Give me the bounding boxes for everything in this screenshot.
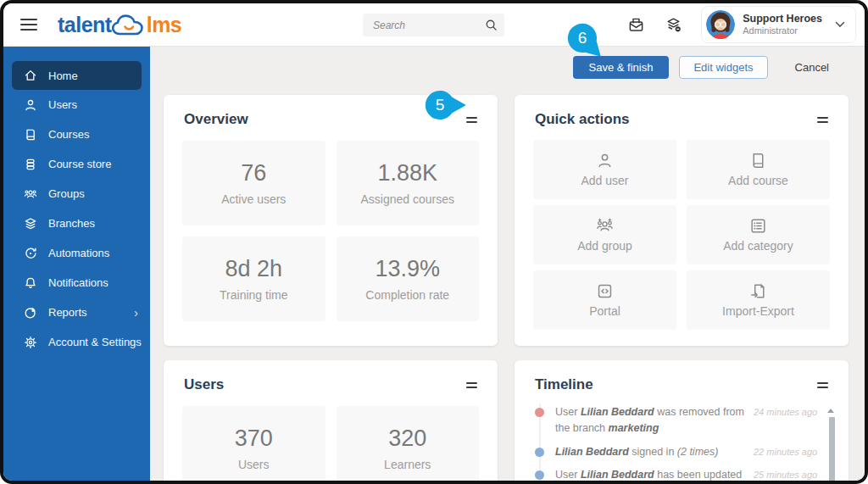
store-icon bbox=[24, 158, 37, 171]
sidebar-item-reports[interactable]: Reports › bbox=[3, 298, 150, 327]
stat-label: Users bbox=[238, 458, 270, 471]
sidebar-item-label: Home bbox=[48, 70, 78, 82]
sidebar-item-account-settings[interactable]: Account & Settings › bbox=[3, 327, 150, 357]
cancel-button[interactable]: Cancel bbox=[792, 56, 832, 79]
timeline-dot bbox=[535, 448, 544, 457]
sidebar-item-label: Branches bbox=[48, 217, 95, 230]
add-group-icon bbox=[596, 217, 614, 235]
sidebar-item-label: Account & Settings bbox=[48, 336, 142, 348]
widget-drag-handle-icon[interactable] bbox=[817, 380, 828, 391]
sidebar-item-courses[interactable]: Courses bbox=[3, 120, 150, 149]
user-menu[interactable]: Support Heroes Administrator bbox=[701, 6, 856, 43]
quick-action-import-export[interactable]: Import-Export bbox=[687, 270, 830, 330]
gear-icon bbox=[24, 336, 37, 349]
timeline-entry: Lilian Beddard signed in (2 times) 22 mi… bbox=[535, 444, 832, 460]
logo-word-talent: talent bbox=[58, 13, 112, 37]
stat-completion-rate: 13.9% Completion rate bbox=[337, 236, 480, 321]
add-user-icon bbox=[596, 152, 614, 170]
callout-number: 5 bbox=[425, 90, 455, 120]
bell-icon bbox=[24, 276, 37, 290]
logo-word-lms: lms bbox=[147, 13, 182, 37]
timeline-dot bbox=[535, 408, 544, 417]
groups-icon bbox=[24, 187, 37, 201]
sidebar-item-home[interactable]: Home bbox=[12, 61, 142, 90]
stat-value: 13.9% bbox=[375, 256, 440, 282]
overview-widget: Overview 76 Active users 1.88K Assigned … bbox=[164, 95, 498, 346]
messages-icon[interactable] bbox=[626, 15, 645, 34]
quick-actions-widget: Quick actions Add user Add course Add gr… bbox=[515, 95, 849, 346]
search-icon[interactable] bbox=[485, 19, 498, 31]
cloud-logo-icon bbox=[110, 13, 149, 38]
quick-action-add-user[interactable]: Add user bbox=[533, 140, 676, 199]
top-bar: talent lms bbox=[3, 3, 865, 47]
chevron-down-icon bbox=[835, 21, 845, 28]
timeline-dot bbox=[535, 470, 544, 480]
layers-icon bbox=[24, 217, 37, 231]
book-icon bbox=[24, 128, 37, 142]
sidebar-item-groups[interactable]: Groups bbox=[3, 179, 150, 209]
import-export-icon bbox=[749, 282, 767, 300]
widget-drag-handle-icon[interactable] bbox=[466, 380, 477, 391]
sidebar-item-course-store[interactable]: Course store bbox=[3, 149, 150, 179]
timeline-entry: User Lilian Beddard has been updated by … bbox=[535, 467, 832, 481]
widget-title: Quick actions bbox=[535, 111, 629, 128]
app-window: talent lms bbox=[0, 0, 868, 484]
tutorial-callout-6: 6 bbox=[567, 23, 598, 64]
search-input[interactable] bbox=[371, 19, 485, 32]
quick-action-label: Add user bbox=[581, 174, 628, 187]
widget-drag-handle-icon[interactable] bbox=[817, 114, 828, 125]
edit-widgets-button[interactable]: Edit widgets bbox=[679, 56, 767, 79]
hamburger-menu-icon[interactable] bbox=[20, 19, 37, 31]
stat-label: Completion rate bbox=[365, 288, 449, 302]
stat-value: 320 bbox=[388, 426, 426, 452]
stat-value: 76 bbox=[241, 160, 266, 186]
timeline-entry: User Lilian Beddard was removed from the… bbox=[535, 404, 832, 437]
sidebar-item-users[interactable]: Users bbox=[3, 90, 150, 120]
automation-icon bbox=[24, 247, 37, 260]
stat-value: 1.88K bbox=[377, 160, 437, 186]
quick-action-add-group[interactable]: Add group bbox=[533, 205, 676, 264]
widget-drag-handle-icon[interactable] bbox=[466, 114, 477, 125]
timeline-entry-text: User Lilian Beddard has been updated by … bbox=[544, 467, 754, 481]
stat-users: 370 Users bbox=[182, 406, 326, 481]
quick-action-label: Add group bbox=[577, 239, 632, 253]
add-category-icon bbox=[749, 217, 767, 235]
sidebar-item-label: Groups bbox=[48, 187, 85, 200]
stat-label: Learners bbox=[384, 458, 431, 471]
timeline-entry-text: Lilian Beddard signed in (2 times) bbox=[544, 444, 754, 460]
app-logo[interactable]: talent lms bbox=[58, 11, 181, 38]
quick-action-add-category[interactable]: Add category bbox=[687, 205, 830, 264]
sidebar-item-label: Courses bbox=[48, 128, 89, 141]
sidebar-item-branches[interactable]: Branches bbox=[3, 209, 150, 238]
scrollbar-up-arrow[interactable] bbox=[827, 409, 834, 413]
stat-training-time: 8d 2h Training time bbox=[182, 236, 326, 321]
scrollbar-thumb[interactable] bbox=[829, 417, 835, 481]
stat-assigned-courses: 1.88K Assigned courses bbox=[337, 141, 480, 225]
sidebar-item-label: Reports bbox=[48, 306, 87, 319]
widget-title: Users bbox=[184, 376, 224, 393]
timeline-entry-time: 22 minutes ago bbox=[754, 444, 832, 457]
branch-switch-icon[interactable] bbox=[664, 15, 682, 34]
user-icon bbox=[24, 98, 37, 112]
tutorial-callout-5: 5 bbox=[425, 90, 455, 131]
dashboard-actions-bar: Save & finish Edit widgets Cancel bbox=[573, 56, 832, 79]
users-widget: Users 370 Users 320 Learners bbox=[164, 360, 498, 481]
user-meta: Support Heroes Administrator bbox=[743, 13, 822, 36]
quick-action-label: Add course bbox=[728, 174, 788, 187]
sidebar-item-notifications[interactable]: Notifications bbox=[3, 268, 150, 298]
sidebar-item-automations[interactable]: Automations bbox=[3, 238, 150, 268]
stat-value: 8d 2h bbox=[225, 256, 282, 282]
quick-action-portal[interactable]: Portal bbox=[533, 270, 676, 330]
add-course-icon bbox=[749, 152, 767, 170]
timeline-entry-text: User Lilian Beddard was removed from the… bbox=[544, 404, 754, 437]
user-role: Administrator bbox=[743, 25, 822, 36]
topbar-right-group: Support Heroes Administrator bbox=[626, 6, 865, 43]
quick-action-add-course[interactable]: Add course bbox=[687, 140, 830, 199]
stat-label: Assigned courses bbox=[360, 192, 454, 206]
quick-action-label: Portal bbox=[589, 304, 620, 318]
portal-icon bbox=[596, 282, 614, 300]
sidebar: Home Users Courses Course store Groups B… bbox=[3, 47, 150, 481]
timeline-widget: Timeline User Lilian Beddard was removed… bbox=[515, 360, 849, 481]
timeline-entry-time: 25 minutes ago bbox=[754, 467, 832, 480]
sidebar-item-label: Notifications bbox=[48, 276, 108, 289]
